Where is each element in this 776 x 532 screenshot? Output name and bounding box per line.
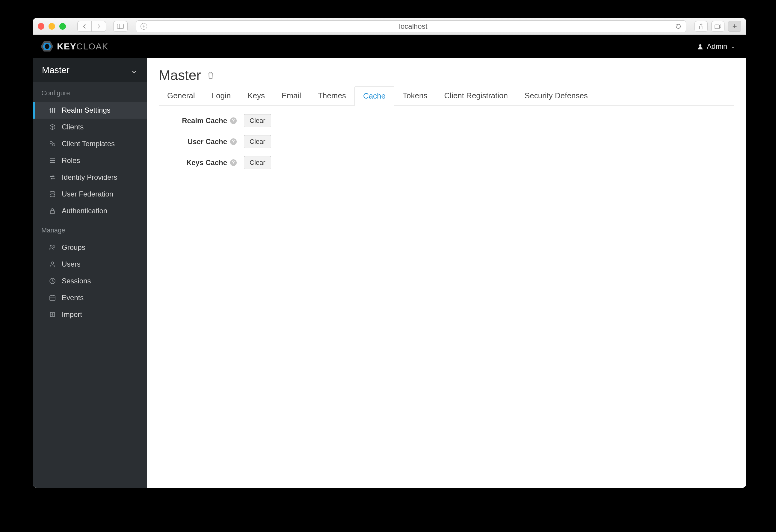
realm-cache-label: Realm Cache ? <box>159 116 237 125</box>
panel-icon <box>117 24 124 29</box>
user-icon <box>697 43 703 49</box>
tab-client-registration[interactable]: Client Registration <box>436 86 516 105</box>
sidebar-item-users[interactable]: Users <box>33 256 147 273</box>
sidebar-item-label: Users <box>62 260 80 268</box>
sidebar-item-authentication[interactable]: Authentication <box>33 203 147 219</box>
delete-realm-button[interactable] <box>207 71 214 79</box>
brand-bold: KEY <box>57 41 76 51</box>
share-button[interactable] <box>695 21 708 32</box>
sidebar-item-label: Identity Providers <box>62 173 117 182</box>
tab-tokens[interactable]: Tokens <box>394 86 436 105</box>
label-text: Keys Cache <box>186 159 227 167</box>
tab-label: Login <box>212 91 231 100</box>
sidebar-item-label: Roles <box>62 157 80 165</box>
sidebar-item-label: Sessions <box>62 277 91 285</box>
sidebar-item-roles[interactable]: Roles <box>33 152 147 169</box>
cube-icon <box>48 123 56 131</box>
window-zoom-button[interactable] <box>59 23 66 30</box>
window-minimize-button[interactable] <box>48 23 55 30</box>
sidebar: Master ⌄ Configure Realm Settings <box>33 58 147 488</box>
new-tab-button[interactable]: + <box>728 21 741 32</box>
sidebar-toggle-button[interactable] <box>113 21 128 32</box>
reload-button[interactable] <box>675 23 682 30</box>
sidebar-item-label: Client Templates <box>62 140 115 148</box>
svg-point-16 <box>51 262 54 264</box>
sidebar-item-client-templates[interactable]: Client Templates <box>33 136 147 152</box>
sidebar-item-realm-settings[interactable]: Realm Settings <box>33 102 147 118</box>
nav-buttons <box>77 21 106 32</box>
sidebar-item-sessions[interactable]: Sessions <box>33 273 147 289</box>
user-cache-row: User Cache ? Clear <box>159 135 734 148</box>
svg-point-11 <box>52 144 55 146</box>
keys-cache-label: Keys Cache ? <box>159 159 237 167</box>
browser-window: + localhost + <box>33 18 746 488</box>
main-content: Master General Login Keys Email Themes C… <box>147 58 746 488</box>
help-icon[interactable]: ? <box>230 159 237 166</box>
templates-icon <box>48 140 56 148</box>
svg-point-9 <box>54 108 55 109</box>
import-icon <box>48 311 56 318</box>
brand-text: KEYCLOAK <box>57 41 108 51</box>
trash-icon <box>207 71 214 79</box>
help-icon[interactable]: ? <box>230 139 237 145</box>
tab-email[interactable]: Email <box>273 86 310 105</box>
tab-security-defenses[interactable]: Security Defenses <box>516 86 596 105</box>
sidebar-item-identity-providers[interactable]: Identity Providers <box>33 169 147 186</box>
sidebar-item-user-federation[interactable]: User Federation <box>33 186 147 203</box>
user-name: Admin <box>707 42 727 51</box>
label-text: Realm Cache <box>182 116 227 125</box>
database-icon <box>48 190 56 198</box>
sidebar-item-label: User Federation <box>62 190 113 198</box>
svg-rect-2 <box>715 25 719 29</box>
sidebar-item-groups[interactable]: Groups <box>33 239 147 256</box>
realm-switcher[interactable]: Master ⌄ <box>33 58 147 82</box>
sidebar-item-label: Realm Settings <box>62 106 111 114</box>
sidebar-item-clients[interactable]: Clients <box>33 118 147 136</box>
cache-form: Realm Cache ? Clear User Cache ? Clear <box>159 114 734 169</box>
tab-login[interactable]: Login <box>203 86 239 105</box>
address-bar[interactable]: + localhost <box>136 20 686 32</box>
site-settings-icon[interactable]: + <box>141 23 147 30</box>
svg-point-7 <box>50 109 51 110</box>
browser-right-controls: + <box>695 21 741 32</box>
help-icon[interactable]: ? <box>230 117 237 124</box>
tabs-button[interactable] <box>711 21 725 32</box>
sidebar-item-events[interactable]: Events <box>33 289 147 306</box>
page-title: Master <box>159 67 201 83</box>
tab-label: Keys <box>247 91 265 100</box>
user-menu[interactable]: Admin ⌄ <box>685 35 735 58</box>
keys-cache-row: Keys Cache ? Clear <box>159 156 734 169</box>
back-button[interactable] <box>77 21 92 32</box>
tab-general[interactable]: General <box>159 86 203 105</box>
clock-icon <box>48 277 56 285</box>
svg-point-14 <box>50 245 52 247</box>
window-controls <box>38 23 66 30</box>
url-host: localhost <box>151 22 675 31</box>
forward-button[interactable] <box>92 21 106 32</box>
tab-label: Themes <box>318 91 346 100</box>
tab-cache[interactable]: Cache <box>355 86 394 106</box>
tab-themes[interactable]: Themes <box>310 86 355 105</box>
reload-icon <box>675 23 682 30</box>
brand[interactable]: KEYCLOAK <box>40 39 108 53</box>
chevron-right-icon <box>97 24 101 29</box>
clear-keys-cache-button[interactable]: Clear <box>244 156 271 169</box>
svg-rect-13 <box>50 211 54 214</box>
svg-point-15 <box>53 246 55 247</box>
tab-keys[interactable]: Keys <box>239 86 273 105</box>
brand-logo-icon <box>40 39 54 53</box>
list-icon <box>48 157 56 165</box>
realm-switch-label: Master <box>42 65 69 75</box>
user-icon <box>48 260 56 268</box>
label-text: User Cache <box>188 138 227 146</box>
clear-realm-cache-button[interactable]: Clear <box>244 114 271 127</box>
svg-rect-0 <box>118 24 124 28</box>
tab-label: Security Defenses <box>525 91 588 100</box>
sidebar-section-manage: Manage <box>33 219 147 239</box>
browser-chrome: + localhost + <box>33 18 746 35</box>
window-close-button[interactable] <box>38 23 44 30</box>
clear-user-cache-button[interactable]: Clear <box>244 135 271 148</box>
sidebar-item-label: Clients <box>62 123 83 131</box>
chevron-left-icon <box>82 24 86 29</box>
sidebar-item-import[interactable]: Import <box>33 306 147 323</box>
